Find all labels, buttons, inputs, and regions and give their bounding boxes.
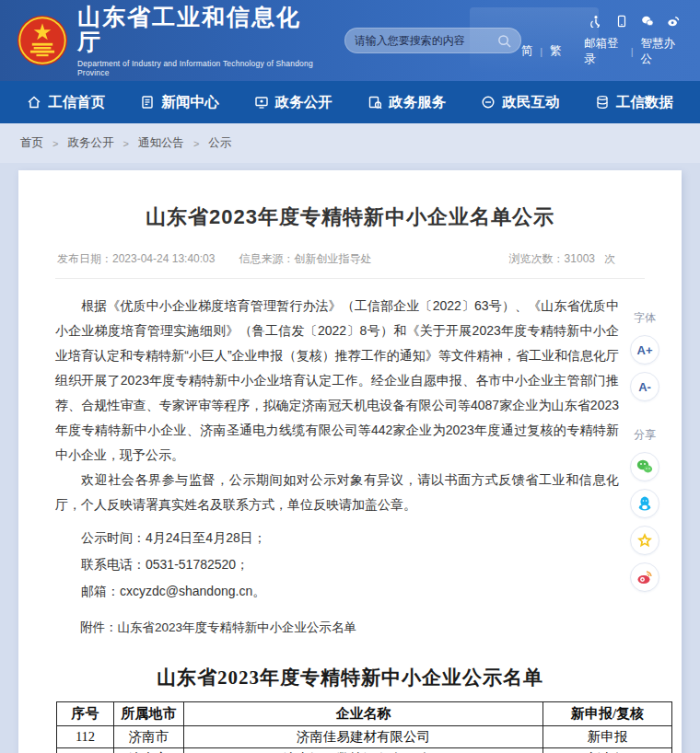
- views-label: 浏览次数：: [509, 252, 565, 265]
- site-header: 山东省工业和信息化厅 Department of Industry and In…: [0, 0, 700, 81]
- site-title: 山东省工业和信息化厅: [77, 5, 319, 55]
- nav-item-news[interactable]: 新闻中心: [122, 81, 236, 123]
- home-icon: [27, 95, 41, 110]
- site-subtitle: Department of Industry and Information T…: [77, 59, 319, 77]
- table-row: 112济南市济南佳易建材有限公司新申报: [57, 726, 672, 748]
- weibo-icon[interactable]: [667, 15, 680, 28]
- content-card: 山东省2023年度专精特新中小企业名单公示 发布日期：2023-04-24 13…: [18, 170, 682, 753]
- font-label: 字体: [634, 310, 656, 326]
- share-qzone-icon[interactable]: [630, 526, 659, 555]
- share-qq-icon[interactable]: [630, 489, 659, 518]
- search-box[interactable]: [344, 28, 521, 53]
- publish-date: 2023-04-24 13:40:03: [112, 252, 215, 265]
- col-header-company: 企业名称: [184, 702, 543, 726]
- breadcrumb-announcement[interactable]: 公示: [208, 135, 231, 151]
- cell-city: 济南市: [114, 748, 184, 753]
- site-logo[interactable]: 山东省工业和信息化厅 Department of Industry and In…: [17, 5, 319, 77]
- article-meta: 发布日期：2023-04-24 13:40:03 信息来源：创新创业指导处 浏览…: [55, 251, 645, 279]
- attachment-link[interactable]: 附件：山东省2023年度专精特新中小企业公示名单: [55, 614, 619, 641]
- mobile-icon[interactable]: [615, 15, 628, 28]
- views-unit: 次: [604, 252, 615, 265]
- nav-item-gov-service[interactable]: 政务服务: [350, 81, 463, 123]
- nav-item-industry-data[interactable]: 工信数据: [578, 81, 691, 123]
- share-weibo-icon[interactable]: [630, 562, 659, 592]
- paragraph-1: 根据《优质中小企业梯度培育管理暂行办法》（工信部企业〔2022〕63号）、《山东…: [55, 294, 619, 468]
- article-body: 根据《优质中小企业梯度培育管理暂行办法》（工信部企业〔2022〕63号）、《山东…: [55, 294, 619, 641]
- accessibility-icon[interactable]: [589, 15, 602, 28]
- database-icon: [595, 95, 610, 110]
- service-icon: [368, 95, 382, 110]
- source-value: 创新创业指导处: [294, 252, 371, 265]
- col-header-status: 新申报/复核: [543, 702, 672, 726]
- cell-status: 新申报: [543, 748, 672, 753]
- paragraph-2: 欢迎社会各界参与监督，公示期间如对公示对象有异议，请以书面方式反馈省工业和信息化…: [55, 468, 619, 517]
- publish-date-label: 发布日期：: [57, 252, 112, 265]
- breadcrumb: 首页 > 政务公开 > 通知公告 > 公示: [0, 123, 700, 163]
- cell-company: 济南镭曼数控设备有限公司: [184, 748, 543, 753]
- wechat-icon[interactable]: [641, 15, 654, 28]
- source-label: 信息来源：: [239, 252, 294, 265]
- news-icon: [140, 95, 155, 110]
- cell-city: 济南市: [114, 726, 184, 748]
- font-decrease-button[interactable]: A-: [630, 372, 659, 401]
- search-icon[interactable]: [497, 34, 511, 48]
- nav-item-gov-openness[interactable]: 政务公开: [237, 81, 350, 123]
- main-nav: 工信首页 新闻中心 政务公开 政务服务 政民互动 工信数据: [0, 81, 700, 123]
- contact-phone: 联系电话：0531-51782520；: [55, 551, 619, 578]
- font-increase-button[interactable]: A+: [630, 335, 659, 365]
- link-traditional[interactable]: 繁: [550, 43, 562, 59]
- tools-sidebar: 字体 A+ A- 分享: [624, 308, 665, 592]
- breadcrumb-notices[interactable]: 通知公告: [138, 135, 184, 151]
- breadcrumb-gov-openness[interactable]: 政务公开: [67, 135, 113, 151]
- cell-status: 新申报: [543, 726, 672, 748]
- col-header-no: 序号: [57, 702, 114, 726]
- nav-item-home[interactable]: 工信首页: [9, 81, 122, 123]
- link-mail-login[interactable]: 邮箱登录: [584, 36, 624, 67]
- company-table: 序号 所属地市 企业名称 新申报/复核 112济南市济南佳易建材有限公司新申报1…: [55, 701, 673, 753]
- share-label: 分享: [634, 427, 656, 443]
- utility-links: 简 | 繁 邮箱登录 | 智慧办公: [521, 36, 680, 67]
- announcement-period: 公示时间：4月24日至4月28日；: [55, 525, 619, 551]
- nav-item-public-interaction[interactable]: 政民互动: [463, 81, 577, 123]
- interaction-icon: [481, 95, 496, 110]
- page-title: 山东省2023年度专精特新中小企业名单公示: [55, 203, 645, 231]
- views-count: 31003: [565, 252, 595, 265]
- cell-no: 113: [57, 748, 114, 753]
- contact-email: 邮箱：cxcyzdc@shandong.cn。: [55, 578, 619, 605]
- table-header-row: 序号 所属地市 企业名称 新申报/复核: [57, 702, 672, 726]
- share-wechat-icon[interactable]: [630, 452, 659, 481]
- monitor-icon: [254, 95, 269, 110]
- col-header-city: 所属地市: [114, 702, 184, 726]
- national-emblem-icon: [17, 15, 68, 66]
- table-row: 113济南市济南镭曼数控设备有限公司新申报: [57, 748, 672, 753]
- breadcrumb-home[interactable]: 首页: [20, 135, 43, 151]
- table-title: 山东省2023年度专精特新中小企业公示名单: [55, 665, 645, 690]
- search-input[interactable]: [355, 34, 497, 47]
- link-smart-office[interactable]: 智慧办公: [640, 36, 680, 67]
- cell-no: 112: [57, 726, 114, 748]
- cell-company: 济南佳易建材有限公司: [184, 726, 543, 748]
- link-simplified[interactable]: 简: [521, 43, 533, 59]
